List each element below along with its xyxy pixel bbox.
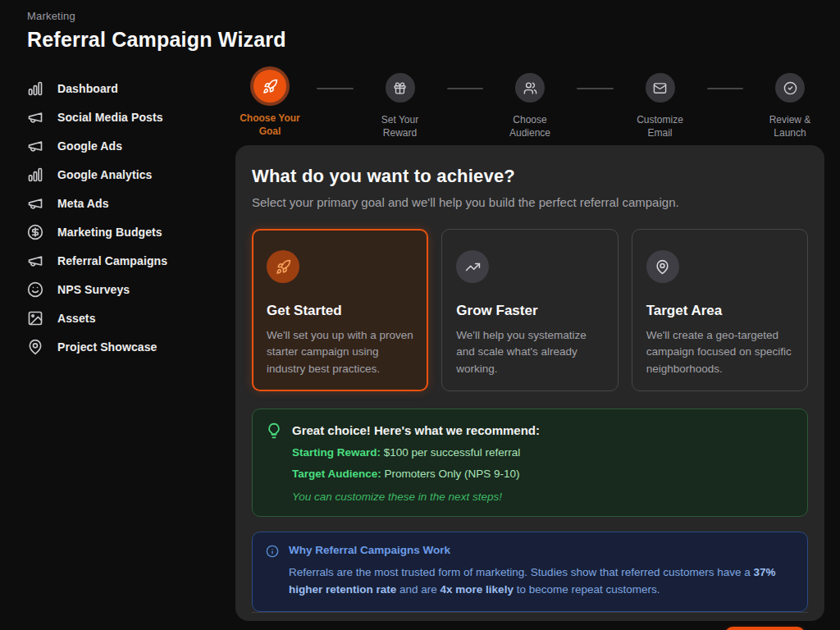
megaphone-icon [27, 109, 43, 126]
recommendation-label: Starting Reward: [292, 446, 381, 459]
sidebar-item-label: Google Ads [57, 139, 122, 153]
panel-heading: What do you want to achieve? [252, 166, 808, 187]
sidebar-item-label: Assets [57, 312, 96, 325]
sidebar-item-label: Dashboard [57, 82, 118, 95]
step-choose-your-goal[interactable]: Choose Your Goal [235, 68, 304, 138]
location-pin-icon [27, 339, 43, 355]
next-button[interactable]: Next [725, 627, 805, 630]
stepper-connector [317, 88, 354, 89]
info-body: Referrals are the most trusted form of m… [289, 564, 794, 599]
step-label: Choose Audience [495, 113, 564, 139]
sidebar-item-label: Referral Campaigns [57, 254, 167, 267]
trending-up-icon [456, 250, 489, 283]
location-pin-icon [646, 250, 679, 283]
goal-options: Get Started We'll set you up with a prov… [252, 229, 808, 391]
page-header: Marketing Referral Campaign Wizard [27, 10, 286, 52]
sidebar-item-meta-ads[interactable]: Meta Ads [27, 189, 216, 217]
sidebar-item-social-media-posts[interactable]: Social Media Posts [27, 103, 216, 131]
rocket-icon [253, 70, 286, 103]
step-choose-audience[interactable]: Choose Audience [495, 68, 564, 139]
step-review-launch[interactable]: Review & Launch [756, 68, 824, 139]
goal-description: We'll help you systematize and scale wha… [456, 327, 603, 377]
sidebar-item-google-analytics[interactable]: Google Analytics [27, 160, 216, 189]
recommendation-note: You can customize these in the next step… [292, 491, 540, 503]
sidebar-item-label: Google Analytics [57, 168, 152, 181]
recommendation-heading: Great choice! Here's what we recommend: [292, 423, 540, 437]
info-heading: Why Referral Campaigns Work [289, 544, 794, 556]
goal-description: We'll set you up with a proven starter c… [267, 327, 413, 377]
megaphone-icon [27, 195, 43, 212]
megaphone-icon [27, 253, 43, 269]
sidebar-item-dashboard[interactable]: Dashboard [27, 74, 216, 103]
info-body-text: and are [396, 583, 440, 596]
sidebar-item-google-ads[interactable]: Google Ads [27, 131, 216, 160]
dollar-circle-icon [27, 224, 43, 240]
goal-card-target-area[interactable]: Target Area We'll create a geo-targeted … [632, 229, 808, 391]
sidebar-item-nps-surveys[interactable]: NPS Surveys [27, 275, 216, 304]
goal-title: Get Started [267, 303, 413, 319]
goal-title: Target Area [646, 303, 793, 319]
step-set-your-reward[interactable]: Set Your Reward [366, 68, 435, 139]
panel-subheading: Select your primary goal and we'll help … [252, 195, 808, 209]
step-label: Customize Email [626, 113, 695, 139]
sidebar-item-referral-campaigns[interactable]: Referral Campaigns [27, 246, 216, 275]
smiley-icon [27, 281, 43, 298]
sidebar-item-label: Marketing Budgets [57, 226, 162, 239]
users-icon [515, 73, 545, 103]
sidebar-item-label: Meta Ads [57, 197, 109, 210]
recommendation-value: Promoters Only (NPS 9-10) [385, 468, 520, 480]
check-circle-icon [775, 73, 805, 103]
info-body-text: to become repeat customers. [514, 583, 660, 596]
info-body-text: Referrals are the most trusted form of m… [289, 566, 754, 578]
goal-description: We'll create a geo-targeted campaign foc… [646, 327, 793, 377]
bar-chart-icon [27, 167, 43, 183]
step-label: Set Your Reward [366, 113, 435, 139]
sidebar-item-label: Social Media Posts [57, 111, 163, 124]
sidebar-item-assets[interactable]: Assets [27, 304, 216, 332]
sidebar-item-label: Project Showcase [57, 340, 157, 354]
recommendation-box: Great choice! Here's what we recommend: … [252, 409, 808, 517]
sidebar-item-marketing-budgets[interactable]: Marketing Budgets [27, 217, 216, 246]
stepper-connector [707, 88, 744, 89]
info-box: Why Referral Campaigns Work Referrals ar… [252, 532, 808, 612]
wizard-panel: What do you want to achieve? Select your… [235, 145, 824, 621]
recommendation-value: $100 per successful referral [384, 446, 521, 459]
goal-card-get-started[interactable]: Get Started We'll set you up with a prov… [252, 229, 428, 391]
recommendation-item: Target Audience: Promoters Only (NPS 9-1… [292, 468, 540, 480]
goal-title: Grow Faster [456, 303, 603, 319]
sidebar-item-label: NPS Surveys [57, 283, 130, 296]
info-body-bold: 4x more likely [441, 583, 514, 596]
page-title: Referral Campaign Wizard [27, 28, 286, 52]
rocket-icon [267, 250, 299, 283]
breadcrumb: Marketing [27, 10, 286, 22]
panel-footer: Previous Next [252, 612, 808, 630]
wizard-stepper: Choose Your Goal Set Your Reward Choose … [235, 68, 824, 139]
gift-icon [386, 73, 415, 103]
image-icon [27, 310, 43, 326]
stepper-connector [577, 88, 614, 89]
step-label: Choose Your Goal [235, 112, 304, 138]
step-label: Review & Launch [756, 113, 824, 139]
lightbulb-icon [266, 422, 282, 503]
megaphone-icon [27, 138, 43, 154]
sidebar: Dashboard Social Media Posts Google Ads … [27, 74, 216, 361]
stepper-connector [447, 88, 484, 89]
recommendation-label: Target Audience: [292, 468, 381, 480]
envelope-icon [646, 73, 675, 103]
bar-chart-icon [27, 80, 43, 97]
sidebar-item-project-showcase[interactable]: Project Showcase [27, 332, 216, 361]
step-customize-email[interactable]: Customize Email [626, 68, 695, 139]
goal-card-grow-faster[interactable]: Grow Faster We'll help you systematize a… [441, 229, 618, 391]
info-icon [266, 545, 279, 599]
recommendation-item: Starting Reward: $100 per successful ref… [292, 446, 540, 459]
